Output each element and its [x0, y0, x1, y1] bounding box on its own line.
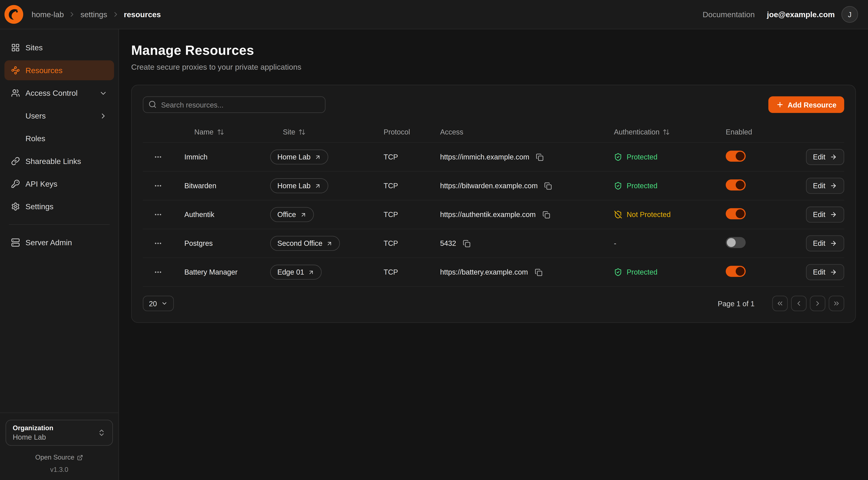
open-source-link[interactable]: Open Source: [6, 454, 113, 461]
row-menu-button[interactable]: [152, 237, 164, 249]
first-page-button[interactable]: [772, 296, 788, 311]
protocol: TCP: [383, 182, 440, 190]
edit-button[interactable]: Edit: [806, 149, 844, 165]
grid-icon: [11, 43, 20, 52]
sort-icon: [663, 128, 670, 136]
avatar-initial: J: [848, 10, 851, 19]
gear-icon: [11, 202, 20, 211]
site-link[interactable]: Second Office: [270, 236, 340, 251]
search-icon: [148, 100, 157, 109]
sidebar-item-api-keys[interactable]: API Keys: [4, 174, 114, 194]
table-row: Postgres Second Office TCP 5432 - Edit: [143, 229, 844, 258]
resources-card: Add Resource Name Site: [131, 85, 856, 323]
enabled-toggle[interactable]: [726, 266, 746, 277]
auth-status: Not Protected: [613, 210, 725, 219]
header-access: Access: [440, 128, 613, 136]
documentation-link[interactable]: Documentation: [703, 10, 755, 19]
breadcrumb-settings[interactable]: settings: [81, 10, 107, 19]
enabled-toggle[interactable]: [726, 208, 746, 219]
copy-icon[interactable]: [543, 181, 553, 191]
row-menu-button[interactable]: [152, 266, 164, 278]
sidebar-item-roles[interactable]: Roles: [4, 128, 114, 148]
edit-button[interactable]: Edit: [806, 178, 844, 194]
header-name[interactable]: Name: [176, 128, 270, 136]
access-url: 5432: [440, 239, 456, 248]
sidebar-item-access-control[interactable]: Access Control: [4, 83, 114, 103]
add-resource-button[interactable]: Add Resource: [768, 96, 844, 113]
toggle-knob: [736, 209, 745, 218]
search-input[interactable]: [143, 96, 326, 113]
last-page-button[interactable]: [829, 296, 844, 311]
breadcrumb-org[interactable]: home-lab: [31, 10, 64, 19]
version-label: v1.3.0: [6, 466, 113, 474]
toggle-knob: [736, 152, 745, 160]
access-url: https://battery.example.com: [440, 268, 528, 276]
enabled-toggle[interactable]: [726, 151, 746, 161]
copy-icon[interactable]: [541, 210, 551, 219]
header-label: Site: [283, 128, 295, 136]
header-authentication[interactable]: Authentication: [613, 128, 725, 136]
sidebar-item-resources[interactable]: Resources: [4, 60, 114, 80]
table-header: Name Site Protocol: [143, 122, 844, 143]
header-label: Access: [440, 128, 463, 136]
copy-icon[interactable]: [535, 152, 545, 162]
header-site[interactable]: Site: [270, 128, 383, 136]
sidebar-item-shareable-links[interactable]: Shareable Links: [4, 151, 114, 171]
shield-check-icon: [614, 268, 622, 276]
sidebar-item-label: Access Control: [26, 89, 78, 97]
row-menu-button[interactable]: [152, 179, 164, 192]
sidebar-item-users[interactable]: Users: [4, 106, 114, 126]
header-label: Enabled: [726, 128, 752, 136]
external-link-icon: [77, 454, 83, 460]
sidebar-item-sites[interactable]: Sites: [4, 38, 114, 58]
auth-label: Protected: [627, 153, 657, 161]
app-body: Sites Resources Access Control: [0, 29, 868, 480]
arrow-right-icon: [830, 269, 837, 276]
header-label: Protocol: [383, 128, 410, 136]
arrow-up-right-icon: [308, 269, 315, 275]
table-footer: 20 Page 1 of 1: [143, 296, 844, 311]
sidebar-item-label: API Keys: [26, 179, 57, 188]
shield-check-icon: [614, 153, 622, 161]
avatar[interactable]: J: [841, 6, 858, 23]
sidebar-item-settings[interactable]: Settings: [4, 197, 114, 216]
main-content: Manage Resources Create secure proxies t…: [119, 29, 868, 480]
toggle-knob: [736, 267, 745, 276]
previous-page-button[interactable]: [791, 296, 807, 311]
row-menu-button[interactable]: [152, 151, 164, 163]
resource-name: Postgres: [176, 239, 270, 248]
table-row: Bitwarden Home Lab TCP https://bitwarden…: [143, 172, 844, 200]
edit-button[interactable]: Edit: [806, 264, 844, 280]
site-link[interactable]: Office: [270, 207, 314, 222]
edit-button[interactable]: Edit: [806, 207, 844, 222]
page-size-select[interactable]: 20: [143, 296, 174, 311]
enabled-toggle[interactable]: [726, 237, 746, 248]
sidebar-nav: Sites Resources Access Control: [0, 35, 119, 256]
access-url: https://bitwarden.example.com: [440, 182, 537, 190]
organization-picker[interactable]: Organization Home Lab: [6, 420, 113, 446]
copy-icon[interactable]: [533, 267, 544, 277]
shield-off-icon: [614, 210, 622, 219]
next-page-button[interactable]: [810, 296, 826, 311]
copy-icon[interactable]: [462, 238, 471, 248]
breadcrumb: home-lab settings resources: [31, 10, 161, 19]
breadcrumb-resources[interactable]: resources: [124, 10, 161, 19]
site-name: Edge 01: [277, 268, 304, 276]
site-link[interactable]: Home Lab: [270, 150, 328, 164]
arrow-up-right-icon: [314, 182, 321, 189]
row-menu-button[interactable]: [152, 208, 164, 221]
topbar: home-lab settings resources Documentatio…: [0, 0, 868, 29]
arrow-up-right-icon: [326, 240, 333, 247]
site-link[interactable]: Edge 01: [270, 265, 322, 280]
toggle-knob: [736, 180, 745, 189]
app-logo[interactable]: [4, 5, 23, 24]
sidebar-item-label: Sites: [26, 43, 43, 52]
edit-label: Edit: [813, 210, 826, 219]
auth-label: Protected: [627, 182, 657, 190]
enabled-toggle[interactable]: [726, 179, 746, 190]
site-link[interactable]: Home Lab: [270, 178, 328, 193]
edit-button[interactable]: Edit: [806, 235, 844, 251]
page-title: Manage Resources: [131, 43, 856, 58]
sidebar-item-server-admin[interactable]: Server Admin: [4, 233, 114, 252]
resource-name: Authentik: [176, 210, 270, 219]
